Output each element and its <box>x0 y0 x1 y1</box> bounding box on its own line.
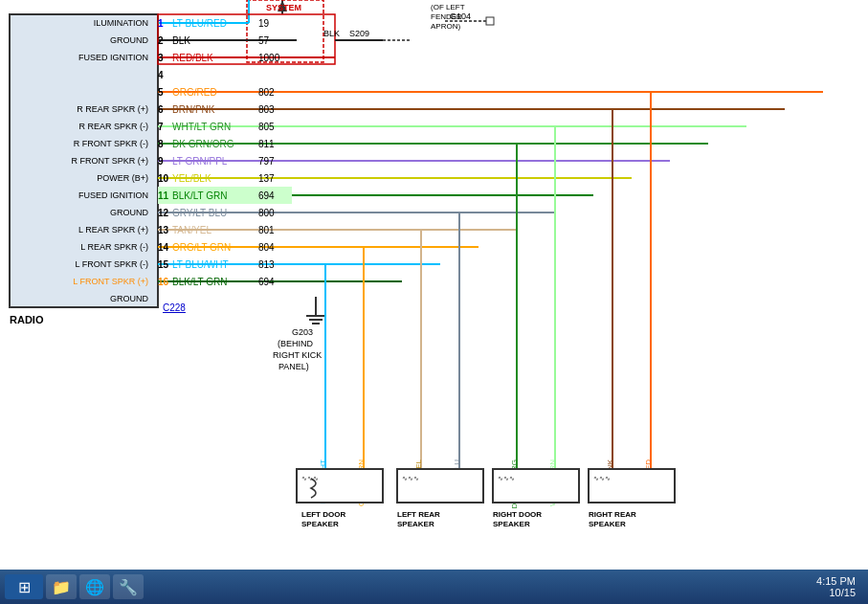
wire-color-10: YEL/BLK <box>172 173 258 184</box>
svg-text:(OF LEFT: (OF LEFT <box>431 3 465 11</box>
pin-label-14: L REAR SPKR (-) <box>80 242 148 252</box>
pin-num-8: 8 <box>158 139 172 149</box>
browser-button[interactable]: 🌐 <box>79 574 110 599</box>
wire-color-16: BLK/LT GRN <box>172 277 258 287</box>
svg-text:SYSTEM: SYSTEM <box>266 3 301 12</box>
svg-text:TAN/YEL: TAN/YEL <box>414 459 423 490</box>
pin-label-11: FUSED IGNITION <box>78 190 148 200</box>
pin-label-1: ILUMINATION <box>94 18 148 28</box>
svg-rect-50 <box>397 469 483 503</box>
pin-label-6: R REAR SPKR (+) <box>77 104 148 114</box>
pin-num-16: 16 <box>158 277 172 287</box>
svg-rect-46 <box>297 469 383 503</box>
wire-code-5: 802 <box>258 87 292 98</box>
svg-text:(BEHIND: (BEHIND <box>278 339 314 348</box>
svg-text:RIGHT REAR: RIGHT REAR <box>589 510 636 519</box>
wire-code-1: 19 <box>258 18 292 29</box>
svg-rect-58 <box>589 469 675 503</box>
wire-code-7: 805 <box>258 122 292 132</box>
svg-text:SPEAKER: SPEAKER <box>493 520 530 528</box>
svg-text:C228: C228 <box>163 302 186 313</box>
wiring-diagram: SYSTEM <box>0 0 868 570</box>
svg-text:ORG/LT GRN: ORG/LT GRN <box>357 459 366 506</box>
pin-label-9: R FRONT SPKR (+) <box>71 156 148 166</box>
pin-num-13: 13 <box>158 225 172 235</box>
app-icon-1: 🔧 <box>119 578 138 596</box>
wire-color-12: GRY/LT BLU <box>172 208 258 218</box>
start-button[interactable]: ⊞ <box>5 574 43 599</box>
svg-rect-54 <box>493 469 579 503</box>
folder-icon: 📁 <box>52 578 71 596</box>
pin-label-12: GROUND <box>110 208 148 217</box>
pin-num-10: 10 <box>158 173 172 184</box>
svg-text:∿∿∿: ∿∿∿ <box>593 475 611 481</box>
svg-text:RIGHT DOOR: RIGHT DOOR <box>493 510 542 519</box>
clock-date: 10/15 <box>816 587 856 598</box>
wire-code-3: 1000 <box>258 53 292 63</box>
wire-color-7: WHT/LT GRN <box>172 122 258 132</box>
pin-num-7: 7 <box>158 122 172 132</box>
svg-text:BLK: BLK <box>323 29 340 38</box>
svg-text:LEFT DOOR: LEFT DOOR <box>301 510 345 519</box>
wire-color-9: LT GRN/PPL <box>172 156 258 167</box>
svg-text:GRY/LT BLU: GRY/LT BLU <box>453 459 461 503</box>
pin-label-13: L REAR SPKR (+) <box>78 225 148 235</box>
pin-num-5: 5 <box>158 87 172 98</box>
pin-label-3: FUSED IGNITION <box>78 53 148 62</box>
svg-rect-68 <box>486 17 494 25</box>
pin-label-16: L FRONT SPKR (+) <box>73 277 148 286</box>
wire-color-14: ORG/LT GRN <box>172 242 258 253</box>
svg-text:SPEAKER: SPEAKER <box>301 520 339 528</box>
clock-time: 4:15 PM <box>816 575 856 587</box>
pin-num-11: 11 <box>158 190 172 201</box>
wire-code-15: 813 <box>258 259 292 270</box>
svg-marker-1 <box>278 0 287 11</box>
svg-text:PANEL): PANEL) <box>278 362 309 371</box>
svg-text:DK GRN/ORG: DK GRN/ORG <box>510 459 519 509</box>
wire-color-3: RED/BLK <box>172 53 258 63</box>
wire-code-12: 800 <box>258 208 292 218</box>
pin-label-7: R REAR SPKR (-) <box>78 122 148 131</box>
wire-code-14: 804 <box>258 242 292 253</box>
pin-num-15: 15 <box>158 259 172 270</box>
connector-block: ILUMINATION GROUND FUSED IGNITION R REAR… <box>10 14 158 307</box>
pin-label-10: POWER (B+) <box>97 173 148 183</box>
svg-text:SPEAKER: SPEAKER <box>397 520 434 528</box>
wire-code-11: 694 <box>258 190 292 201</box>
taskbar: ⊞ 📁 🌐 🔧 4:15 PM 10/15 <box>0 570 868 604</box>
windows-icon: ⊞ <box>18 578 31 596</box>
pin-label-gnd: GROUND <box>110 294 148 303</box>
wire-code-10: 137 <box>258 173 292 184</box>
wire-color-8: DK GRN/ORG <box>172 139 258 149</box>
wire-code-2: 57 <box>258 35 292 46</box>
svg-text:FENDER: FENDER <box>431 12 462 21</box>
svg-text:RADIO: RADIO <box>10 314 44 325</box>
pin-num-9: 9 <box>158 156 172 167</box>
wire-color-13: TAN/YEL <box>172 225 258 235</box>
pin-num-6: 6 <box>158 104 172 115</box>
svg-text:G203: G203 <box>292 327 313 337</box>
svg-text:∿∿∿: ∿∿∿ <box>301 475 319 481</box>
wire-code-9: 797 <box>258 156 292 167</box>
pin-num-12: 12 <box>158 208 172 218</box>
wire-code-8: 811 <box>258 139 292 149</box>
svg-text:S209: S209 <box>349 29 369 38</box>
svg-text:WHT/LT GRN: WHT/LT GRN <box>548 459 557 506</box>
browser-icon: 🌐 <box>85 578 104 596</box>
wire-color-2: BLK <box>172 35 258 46</box>
svg-text:G104: G104 <box>450 11 471 21</box>
svg-text:LEFT REAR: LEFT REAR <box>397 510 440 519</box>
wire-color-15: LT BLU/WHT <box>172 259 258 270</box>
wire-color-5: ORG/RED <box>172 87 258 98</box>
wire-code-6: 803 <box>258 104 292 115</box>
pin-num-3: 3 <box>158 53 172 63</box>
wire-code-16: 694 <box>258 277 292 287</box>
wire-color-11: BLK/LT GRN <box>172 190 258 201</box>
pin-label-8: R FRONT SPKR (-) <box>74 139 148 148</box>
app-button-1[interactable]: 🔧 <box>113 574 144 599</box>
wire-color-1: LT BLU/RED <box>172 18 258 29</box>
wire-code-13: 801 <box>258 225 292 235</box>
pin-num-1: 1 <box>158 18 172 29</box>
file-explorer-button[interactable]: 📁 <box>46 574 77 599</box>
pin-num-2: 2 <box>158 35 172 46</box>
